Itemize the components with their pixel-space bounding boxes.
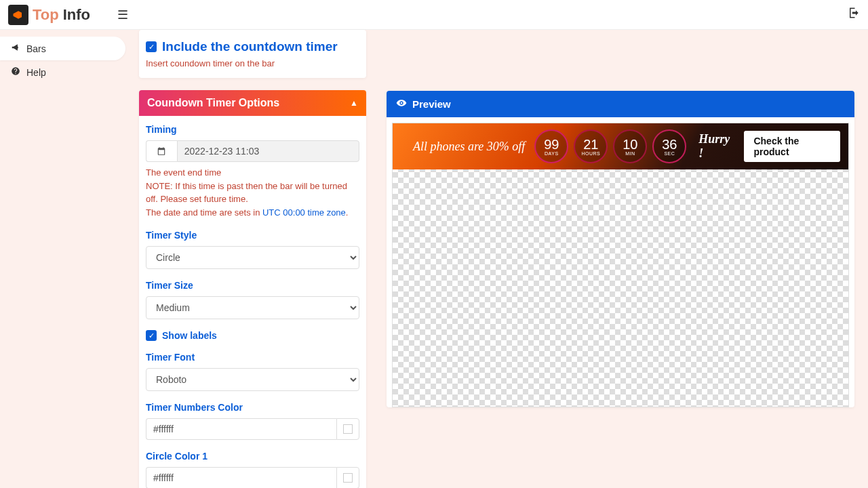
- utc-link[interactable]: UTC 00:00 time zone: [262, 207, 346, 218]
- app-header: TopInfo ☰: [0, 0, 868, 30]
- preview-header: Preview: [387, 91, 854, 117]
- include-checkbox[interactable]: ✓: [146, 41, 157, 52]
- style-group: Timer Style Circle: [146, 230, 359, 269]
- style-select[interactable]: Circle: [146, 246, 359, 269]
- chevron-up-icon: ▲: [350, 98, 358, 108]
- preview-title: Preview: [412, 98, 451, 110]
- left-column: ✓ Include the countdown timer Insert cou…: [139, 30, 366, 474]
- timing-help-1: The event end time: [146, 166, 359, 180]
- timer-group: 99 DAYS 21 HOURS 10 MIN: [534, 129, 686, 163]
- show-labels-checkbox[interactable]: ✓: [146, 330, 157, 341]
- hamburger-icon[interactable]: ☰: [117, 7, 128, 22]
- timer-min: 10 MIN: [613, 129, 647, 163]
- include-label: Include the countdown timer: [162, 39, 338, 54]
- timing-group: Timing The event end time NOTE: If this …: [146, 124, 359, 219]
- main-content: ✓ Include the countdown timer Insert cou…: [125, 30, 868, 488]
- logo-mark-icon: [8, 5, 28, 25]
- bar-cta-button[interactable]: Check the product: [744, 131, 840, 162]
- show-labels-label: Show labels: [162, 330, 217, 341]
- circle1-input[interactable]: [146, 467, 336, 488]
- bar-text-left: All phones are 30% off: [413, 140, 525, 154]
- logo-text-top: Top: [33, 6, 59, 24]
- options-panel: Coundown Timer Options ▲ Timing T: [139, 90, 366, 488]
- size-select[interactable]: Medium: [146, 296, 359, 319]
- timer-sec: 36 SEC: [652, 129, 686, 163]
- timing-input[interactable]: [177, 140, 359, 162]
- question-icon: [10, 66, 21, 78]
- header-left: TopInfo ☰: [8, 5, 128, 25]
- font-label: Timer Font: [146, 352, 359, 363]
- font-group: Timer Font Roboto: [146, 352, 359, 391]
- numcolor-label: Timer Numbers Color: [146, 402, 359, 413]
- eye-icon: [396, 98, 407, 110]
- options-panel-title: Coundown Timer Options: [147, 97, 279, 109]
- sidebar-item-help[interactable]: Help: [0, 60, 125, 84]
- options-panel-header[interactable]: Coundown Timer Options ▲: [139, 90, 366, 116]
- numcolor-swatch[interactable]: [336, 418, 359, 440]
- size-group: Timer Size Medium: [146, 280, 359, 319]
- bar-text-mid: Hurry !: [698, 132, 734, 161]
- sidebar: Bars Help: [0, 30, 125, 488]
- numcolor-group: Timer Numbers Color: [146, 402, 359, 440]
- timing-help-2: NOTE: If this time is past then the bar …: [146, 180, 359, 206]
- timer-hours: 21 HOURS: [574, 129, 608, 163]
- font-select[interactable]: Roboto: [146, 368, 359, 391]
- include-desc: Insert coundown timer on the bar: [146, 58, 359, 68]
- show-labels-group: ✓ Show labels: [146, 330, 359, 341]
- sidebar-item-label: Bars: [26, 43, 46, 54]
- timing-help-3: The date and time are sets in UTC 00:00 …: [146, 206, 359, 220]
- logout-icon[interactable]: [848, 7, 860, 22]
- circle1-label: Circle Color 1: [146, 451, 359, 462]
- include-card: ✓ Include the countdown timer Insert cou…: [139, 30, 366, 78]
- timer-days: 99 DAYS: [534, 129, 568, 163]
- size-label: Timer Size: [146, 280, 359, 291]
- megaphone-icon: [10, 43, 21, 54]
- calendar-icon[interactable]: [146, 140, 177, 162]
- style-label: Timer Style: [146, 230, 359, 241]
- logo-text-info: Info: [63, 6, 90, 24]
- right-column: Preview All phones are 30% off 99 DAYS: [387, 30, 854, 474]
- circle1-swatch[interactable]: [336, 467, 359, 488]
- timing-label: Timing: [146, 124, 359, 135]
- preview-canvas: All phones are 30% off 99 DAYS 21 HOURS: [392, 123, 849, 407]
- preview-panel: Preview All phones are 30% off 99 DAYS: [387, 91, 854, 407]
- logo[interactable]: TopInfo: [8, 5, 90, 25]
- circle1-group: Circle Color 1: [146, 451, 359, 488]
- sidebar-item-label: Help: [26, 67, 46, 78]
- sidebar-item-bars[interactable]: Bars: [0, 37, 125, 60]
- numcolor-input[interactable]: [146, 418, 336, 440]
- bar-preview: All phones are 30% off 99 DAYS 21 HOURS: [393, 123, 848, 169]
